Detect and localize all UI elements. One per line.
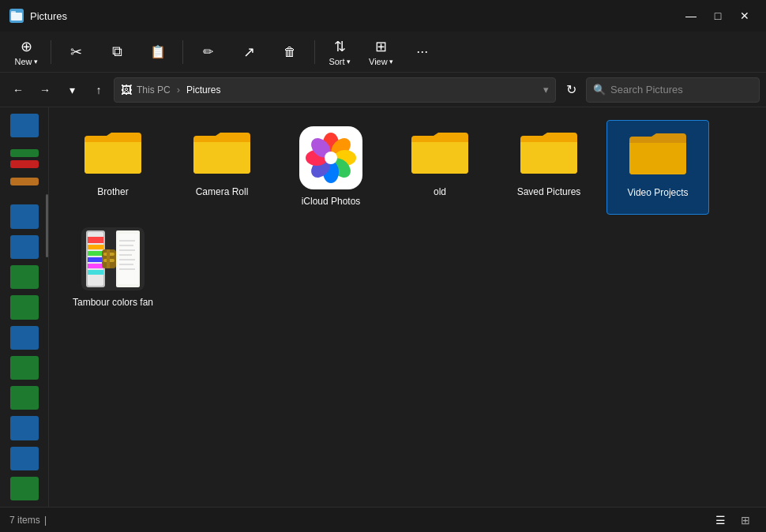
file-item-tambour[interactable]: Tambour colors fan xyxy=(62,221,164,316)
file-item-saved-pictures[interactable]: Saved Pictures xyxy=(498,120,600,215)
divider-2 xyxy=(182,40,183,64)
sort-button[interactable]: ⇅ Sort ▾ xyxy=(320,35,359,69)
svg-rect-15 xyxy=(88,237,103,243)
cut-icon: ✂ xyxy=(70,43,82,61)
paste-icon: 📋 xyxy=(150,44,166,59)
up-button[interactable]: ↑ xyxy=(87,78,111,102)
svg-rect-28 xyxy=(119,245,133,246)
svg-rect-33 xyxy=(119,268,135,270)
view-icon: ⊞ xyxy=(375,38,387,55)
more-icon: ··· xyxy=(416,43,428,60)
svg-rect-1 xyxy=(11,13,22,21)
rename-icon: ✏ xyxy=(203,44,213,59)
svg-point-11 xyxy=(325,152,337,164)
address-bar[interactable]: 🖼 This PC › Pictures ▾ xyxy=(114,77,556,103)
sidebar-item-5[interactable] xyxy=(10,204,39,228)
new-button[interactable]: ⊕ New ▾ xyxy=(6,35,46,69)
sidebar-item-1[interactable] xyxy=(10,114,39,137)
title-bar: Pictures — □ ✕ xyxy=(0,0,766,32)
file-item-old[interactable]: old xyxy=(389,120,491,215)
search-bar[interactable]: 🔍 Search Pictures xyxy=(586,77,760,103)
address-dropdown-icon[interactable]: ▾ xyxy=(543,84,549,96)
address-this-pc: This PC xyxy=(137,84,171,96)
recent-button[interactable]: ▾ xyxy=(60,78,84,102)
item-count: 7 items | xyxy=(9,515,47,526)
winrar-icon xyxy=(81,227,145,290)
svg-rect-31 xyxy=(119,259,135,260)
minimize-button[interactable]: — xyxy=(679,4,703,28)
app-icon xyxy=(9,9,24,23)
more-button[interactable]: ··· xyxy=(403,35,442,69)
file-label-icloud: iCloud Photos xyxy=(302,196,361,208)
divider-1 xyxy=(51,40,51,64)
share-button[interactable]: ↗ xyxy=(229,35,268,69)
view-button[interactable]: ⊞ View ▾ xyxy=(361,35,401,69)
svg-rect-20 xyxy=(88,270,103,275)
copy-button[interactable]: ⧉ xyxy=(97,35,137,69)
svg-rect-17 xyxy=(88,251,103,256)
svg-rect-16 xyxy=(88,245,103,249)
sidebar-item-8[interactable] xyxy=(10,295,39,319)
svg-rect-29 xyxy=(119,249,135,251)
file-item-camera-roll[interactable]: Camera Roll xyxy=(171,120,273,215)
svg-rect-27 xyxy=(119,240,135,242)
delete-icon: 🗑 xyxy=(283,45,296,59)
folder-icon-old xyxy=(408,126,471,180)
grid-view-button[interactable]: ⊞ xyxy=(734,509,757,531)
sidebar-item-9[interactable] xyxy=(10,326,39,350)
sidebar-item-11[interactable] xyxy=(10,386,39,410)
file-label-camera-roll: Camera Roll xyxy=(196,186,249,199)
svg-rect-18 xyxy=(88,257,103,262)
sidebar-item-6[interactable] xyxy=(10,235,39,259)
sidebar-item-bottom2[interactable] xyxy=(10,477,39,500)
file-item-video-projects[interactable]: Video Projects xyxy=(606,120,709,215)
sidebar-item-7[interactable] xyxy=(10,265,39,289)
status-bar: 7 items | ☰ ⊞ xyxy=(0,507,766,532)
svg-rect-19 xyxy=(88,264,103,268)
copy-icon: ⧉ xyxy=(112,43,122,60)
folder-icon-video-projects xyxy=(626,127,689,181)
svg-rect-30 xyxy=(119,254,132,256)
file-label-tambour: Tambour colors fan xyxy=(73,297,153,309)
delete-button[interactable]: 🗑 xyxy=(270,35,310,69)
folder-icon-brother xyxy=(81,126,145,180)
list-view-button[interactable]: ☰ xyxy=(709,509,731,531)
paste-button[interactable]: 📋 xyxy=(138,35,178,69)
toolbar: ⊕ New ▾ ✂ ⧉ 📋 ✏ ↗ 🗑 ⇅ Sort ▾ ⊞ View ▾ xyxy=(0,32,766,73)
share-icon: ↗ xyxy=(243,43,255,61)
folder-icon-saved-pictures xyxy=(517,126,580,180)
file-area: Brother Camera Roll xyxy=(49,107,766,507)
sort-icon: ⇅ xyxy=(334,38,346,55)
sidebar-item-4[interactable] xyxy=(10,178,39,185)
forward-button[interactable]: → xyxy=(33,78,57,102)
file-label-old: old xyxy=(434,186,446,199)
sidebar xyxy=(0,107,49,507)
search-icon: 🔍 xyxy=(593,84,606,96)
svg-rect-24 xyxy=(107,249,110,268)
cut-button[interactable]: ✂ xyxy=(56,35,96,69)
address-pictures: Pictures xyxy=(186,84,220,96)
sidebar-item-3[interactable] xyxy=(10,160,39,168)
search-placeholder: Search Pictures xyxy=(610,84,683,96)
divider-3 xyxy=(314,40,315,64)
file-label-brother: Brother xyxy=(97,186,128,199)
sidebar-item-bottom[interactable] xyxy=(10,447,39,470)
svg-rect-32 xyxy=(119,264,133,265)
maximize-button[interactable]: □ xyxy=(706,4,730,28)
rename-button[interactable]: ✏ xyxy=(188,35,227,69)
sidebar-item-2[interactable] xyxy=(10,149,39,157)
back-button[interactable]: ← xyxy=(6,78,30,102)
svg-rect-2 xyxy=(11,11,16,13)
close-button[interactable]: ✕ xyxy=(733,4,757,28)
sidebar-item-10[interactable] xyxy=(10,356,39,380)
file-item-brother[interactable]: Brother xyxy=(62,120,164,215)
window-controls: — □ ✕ xyxy=(679,4,757,28)
file-item-icloud[interactable]: iCloud Photos xyxy=(280,120,382,215)
sidebar-scrollbar[interactable] xyxy=(46,194,48,257)
sidebar-item-12[interactable] xyxy=(10,416,39,440)
folder-icon-camera-roll xyxy=(190,126,253,180)
file-label-video-projects: Video Projects xyxy=(627,187,688,200)
refresh-button[interactable]: ↻ xyxy=(559,78,583,102)
new-icon: ⊕ xyxy=(21,38,32,55)
view-toggle: ☰ ⊞ xyxy=(709,509,757,531)
